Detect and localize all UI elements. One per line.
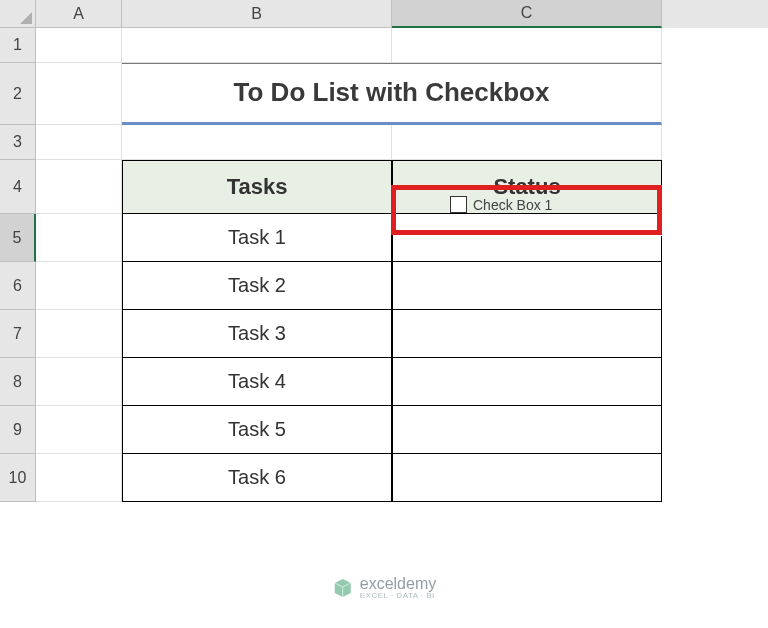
status-cell-1[interactable] <box>392 214 662 262</box>
cell-a4[interactable] <box>36 160 122 214</box>
row-header-3[interactable]: 3 <box>0 125 36 160</box>
col-header-a[interactable]: A <box>36 0 122 28</box>
cell-a5[interactable] <box>36 214 122 262</box>
row-header-5[interactable]: 5 <box>0 214 36 262</box>
task-cell-4[interactable]: Task 4 <box>122 358 392 406</box>
header-tasks[interactable]: Tasks <box>122 160 392 214</box>
cell-a6[interactable] <box>36 262 122 310</box>
title-cell[interactable]: To Do List with Checkbox <box>122 63 662 125</box>
status-cell-6[interactable] <box>392 454 662 502</box>
row-header-8[interactable]: 8 <box>0 358 36 406</box>
status-cell-2[interactable] <box>392 262 662 310</box>
cell-a1[interactable] <box>36 28 122 63</box>
cells-area: To Do List with Checkbox Tasks Status Ta… <box>36 28 768 628</box>
row-header-2[interactable]: 2 <box>0 63 36 125</box>
task-cell-5[interactable]: Task 5 <box>122 406 392 454</box>
row-header-9[interactable]: 9 <box>0 406 36 454</box>
select-all-corner[interactable] <box>0 0 36 28</box>
row-headers: 1 2 3 4 5 6 7 8 9 10 <box>0 28 36 502</box>
col-header-b[interactable]: B <box>122 0 392 28</box>
cell-b1[interactable] <box>122 28 392 63</box>
spreadsheet-grid: A B C 1 2 3 4 5 6 7 8 9 10 To Do List wi… <box>0 0 768 628</box>
watermark-sub: EXCEL · DATA · BI <box>360 592 436 600</box>
row-header-7[interactable]: 7 <box>0 310 36 358</box>
watermark-text: exceldemy EXCEL · DATA · BI <box>360 576 436 600</box>
checkbox-box[interactable] <box>450 196 467 213</box>
task-cell-3[interactable]: Task 3 <box>122 310 392 358</box>
cell-b3[interactable] <box>122 125 392 160</box>
row-header-10[interactable]: 10 <box>0 454 36 502</box>
cell-a9[interactable] <box>36 406 122 454</box>
status-cell-4[interactable] <box>392 358 662 406</box>
row-header-1[interactable]: 1 <box>0 28 36 63</box>
watermark-icon <box>332 577 354 599</box>
col-header-c[interactable]: C <box>392 0 662 28</box>
row-header-4[interactable]: 4 <box>0 160 36 214</box>
watermark: exceldemy EXCEL · DATA · BI <box>332 576 436 600</box>
column-headers: A B C <box>36 0 768 28</box>
cell-a7[interactable] <box>36 310 122 358</box>
task-cell-6[interactable]: Task 6 <box>122 454 392 502</box>
cell-a3[interactable] <box>36 125 122 160</box>
status-cell-5[interactable] <box>392 406 662 454</box>
task-cell-1[interactable]: Task 1 <box>122 214 392 262</box>
checkbox-label: Check Box 1 <box>473 197 552 213</box>
cell-c3[interactable] <box>392 125 662 160</box>
cell-a8[interactable] <box>36 358 122 406</box>
status-cell-3[interactable] <box>392 310 662 358</box>
checkbox-control[interactable]: Check Box 1 <box>450 196 552 213</box>
watermark-name: exceldemy <box>360 576 436 592</box>
row-header-6[interactable]: 6 <box>0 262 36 310</box>
cell-a2[interactable] <box>36 63 122 125</box>
task-cell-2[interactable]: Task 2 <box>122 262 392 310</box>
cell-c1[interactable] <box>392 28 662 63</box>
cell-a10[interactable] <box>36 454 122 502</box>
